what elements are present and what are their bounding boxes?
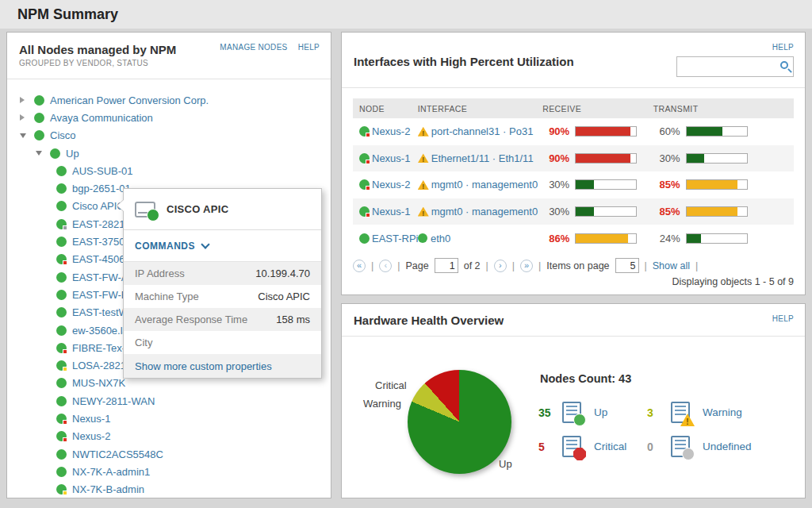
search-icon[interactable] — [780, 61, 788, 69]
hardware-health-pie-chart[interactable] — [408, 370, 511, 474]
legend-item-critical[interactable]: 5Critical — [538, 430, 647, 463]
tree-item-nwtic2acs5548c[interactable]: NWTIC2ACS5548C — [7, 445, 331, 463]
utilization-bar — [686, 179, 748, 190]
utilization-bar-fill — [576, 234, 627, 243]
help-link[interactable]: HELP — [772, 43, 794, 52]
legend-item-undefined[interactable]: 0Undefined — [647, 430, 782, 463]
status-badge-red — [63, 437, 67, 442]
legend-label-link[interactable]: Critical — [594, 441, 626, 452]
utilization-cell: 30% — [542, 206, 653, 217]
tree-item-label: EAST-FW-B — [72, 289, 128, 301]
node-status-up-icon — [56, 307, 67, 318]
table-body: Nexus-2port-channel31 · Po3190%60%Nexus-… — [353, 118, 794, 252]
collapse-arrow-icon[interactable] — [20, 133, 34, 138]
search-input[interactable] — [676, 56, 794, 77]
prev-page-button[interactable]: ‹ — [379, 260, 392, 272]
tree-item-nx-7k-a-admin1[interactable]: NX-7K-A-admin1 — [7, 463, 331, 480]
commands-dropdown[interactable]: COMMANDS — [124, 230, 321, 262]
node-status-up-icon — [56, 237, 67, 247]
tree-item-up[interactable]: Up — [7, 144, 331, 162]
collapse-arrow-icon[interactable] — [36, 151, 50, 156]
help-link[interactable]: HELP — [772, 314, 794, 323]
utilization-percent: 60% — [653, 125, 680, 137]
divider — [7, 79, 331, 79]
legend-label-link[interactable]: Up — [594, 406, 607, 418]
node-link[interactable]: EAST-RPi — [372, 233, 419, 244]
tree-item-label: bgp-2651-01 — [72, 183, 131, 194]
column-header-transmit: TRANSMIT — [653, 104, 794, 114]
node-status-up-icon — [56, 325, 67, 336]
legend-label-link[interactable]: Warning — [703, 406, 742, 418]
tree-item-nx-7k-b-admin[interactable]: NX-7K-B-admin — [7, 481, 331, 498]
tree-item-aus-sub-01[interactable]: AUS-SUB-01 — [7, 162, 331, 179]
first-page-button[interactable]: « — [353, 260, 366, 272]
expand-arrow-icon[interactable] — [20, 114, 34, 121]
show-more-link[interactable]: Show more custom properties — [124, 354, 321, 378]
tree-item-cisco[interactable]: Cisco — [7, 127, 331, 144]
utilization-bar-fill — [576, 180, 594, 189]
utilization-cell: 30% — [653, 152, 794, 164]
table-header-row: NODEINTERFACERECEIVETRANSMIT — [353, 98, 794, 118]
node-status-up-icon — [56, 396, 67, 406]
interface-link[interactable]: eth0 — [431, 233, 450, 244]
legend-count: 5 — [538, 441, 556, 453]
tree-item-label: LOSA-2821 — [72, 360, 126, 371]
manage-nodes-link[interactable]: MANAGE NODES — [220, 43, 287, 52]
tree-item-label: AUS-SUB-01 — [72, 165, 133, 177]
node-status-up-icon — [34, 130, 44, 140]
interface-link[interactable]: Ethernet1/11 · Eth1/11 — [431, 152, 534, 164]
node-link[interactable]: Nexus-1 — [372, 152, 410, 164]
warning-icon — [418, 207, 429, 217]
legend-item-up[interactable]: 35Up — [538, 396, 647, 429]
table-row: Nexus-2port-channel31 · Po3190%60% — [353, 118, 794, 145]
table-row: Nexus-1Ethernet1/11 · Eth1/1190%30% — [353, 145, 794, 172]
node-status-up-icon — [359, 233, 370, 244]
page-number-input[interactable] — [435, 258, 458, 273]
column-header-receive: RECEIVE — [542, 104, 653, 114]
next-page-button[interactable]: › — [494, 260, 507, 272]
tree-item-label: NX-7K-B-admin — [72, 483, 144, 495]
items-on-page-input[interactable] — [615, 258, 639, 273]
tree-item-avaya-communication[interactable]: Avaya Communication — [7, 109, 331, 126]
last-page-button[interactable]: » — [520, 260, 533, 272]
interface-cell: mgmt0 · management0 — [418, 206, 542, 217]
node-cell: Nexus-2 — [353, 179, 418, 190]
tree-item-label: NEWY-2811-WAN — [72, 395, 155, 407]
status-badge-red — [63, 349, 67, 354]
tooltip-row-machine-type: Machine TypeCisco APIC — [124, 285, 321, 308]
utilization-percent: 85% — [653, 206, 680, 217]
utilization-percent: 90% — [542, 152, 569, 164]
interface-link[interactable]: port-channel31 · Po31 — [431, 125, 534, 137]
tree-item-nexus-1[interactable]: Nexus-1 — [7, 410, 331, 427]
utilization-percent: 86% — [542, 233, 569, 244]
legend-item-warning[interactable]: 3Warning — [647, 396, 782, 429]
property-label: IP Address — [135, 267, 185, 279]
legend-count: 0 — [647, 441, 665, 453]
tree-item-nexus-2[interactable]: Nexus-2 — [7, 428, 331, 445]
legend-critical-icon — [573, 448, 586, 460]
tree-item-american-power-conversion-corp[interactable]: American Power Conversion Corp. — [7, 91, 331, 109]
nodes-report-icon — [562, 436, 581, 457]
utilization-percent: 90% — [542, 125, 569, 137]
legend-label-link[interactable]: Undefined — [703, 441, 752, 452]
node-status-up-icon — [359, 179, 370, 190]
interface-link[interactable]: mgmt0 · management0 — [431, 206, 538, 217]
utilization-percent: 30% — [653, 152, 680, 164]
items-on-page-label: Items on page — [546, 260, 609, 271]
table-row: EAST-RPieth086%24% — [353, 225, 794, 252]
tree-item-label: EAST-3750- — [72, 236, 128, 248]
node-link[interactable]: Nexus-1 — [372, 206, 410, 217]
show-all-link[interactable]: Show all — [653, 260, 690, 271]
tree-item-newy-2811-wan[interactable]: NEWY-2811-WAN — [7, 392, 331, 410]
interface-link[interactable]: mgmt0 · management0 — [431, 179, 538, 190]
property-label: Average Response Time — [135, 314, 247, 325]
node-link[interactable]: Nexus-2 — [372, 125, 410, 137]
tooltip-arrow-icon — [117, 199, 124, 212]
node-status-up-icon — [56, 414, 67, 424]
help-link[interactable]: HELP — [298, 43, 320, 52]
nodes-count-text: Nodes Count: 43 — [540, 372, 631, 385]
utilization-bar-fill — [576, 127, 630, 136]
node-link[interactable]: Nexus-2 — [372, 179, 410, 190]
expand-arrow-icon[interactable] — [20, 97, 34, 103]
utilization-bar — [686, 153, 748, 164]
